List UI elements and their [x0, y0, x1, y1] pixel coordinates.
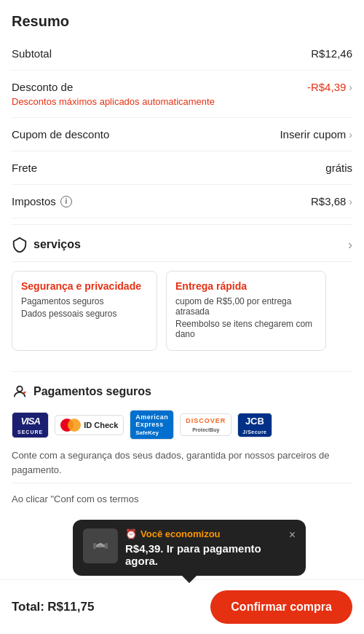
- service-card-delivery-title: Entrega rápida: [175, 280, 317, 292]
- desconto-value: -R$4,39: [307, 81, 346, 93]
- mastercard-idcheck-text: ID Check: [84, 421, 118, 429]
- pagamentos-title-text: Pagamentos seguros: [33, 385, 151, 398]
- savings-toast: ⏰ Você economizou R$4,39. Ir para pagame…: [73, 520, 306, 576]
- ao-clicar-link[interactable]: com os termos: [76, 494, 138, 504]
- service-card-security-item1: Pagamentos seguros: [21, 296, 148, 306]
- total-label: Total:: [12, 600, 44, 614]
- visa-secure-badge: VISA SECURE: [12, 412, 49, 438]
- service-card-security-item2: Dados pessoais seguros: [21, 309, 148, 319]
- toast-triangle: [182, 576, 197, 583]
- amex-safekey-badge: American Express SafeKey: [130, 410, 174, 440]
- total-label-value: Total: R$11,75: [12, 600, 94, 614]
- visa-secure-text: SECURE: [17, 429, 43, 435]
- amex-text: American: [135, 413, 168, 421]
- frete-label: Frete: [12, 162, 37, 174]
- services-header-left: serviços: [12, 237, 81, 253]
- amex-express-text: Express: [135, 421, 168, 428]
- toast-title: Você economizou: [141, 528, 221, 539]
- ao-clicar-section: Ao clicar "Conf com os termos: [12, 483, 352, 515]
- service-card-delivery-item1: cupom de R$5,00 por entrega atrasada: [175, 296, 317, 317]
- discover-protectbuy-badge: DISCOVER ProtectBuy: [180, 413, 232, 436]
- toast-clock-icon: ⏰: [125, 528, 137, 539]
- toast-content: ⏰ Você economizou R$4,39. Ir para pagame…: [125, 528, 277, 567]
- impostos-label: Impostos: [12, 195, 56, 207]
- toast-close-button[interactable]: ×: [285, 528, 296, 542]
- svg-rect-3: [105, 543, 108, 549]
- toast-product-image: [83, 528, 118, 563]
- discover-text: DISCOVER: [186, 417, 226, 424]
- mastercard-circles: [60, 419, 81, 432]
- payment-logos: VISA SECURE ID Check American Express Sa…: [12, 410, 352, 440]
- total-value: R$11,75: [47, 600, 94, 614]
- service-card-delivery-item2: Reembolso se itens chegarem com dano: [175, 319, 317, 339]
- services-chevron: ›: [348, 237, 352, 253]
- impostos-value: R$3,68: [311, 195, 346, 207]
- ao-clicar-text: Ao clicar "Conf: [12, 494, 76, 504]
- impostos-info-icon[interactable]: i: [60, 196, 72, 207]
- pagamentos-title: Pagamentos seguros: [12, 384, 352, 400]
- impostos-chevron: ›: [349, 196, 352, 207]
- service-card-security: Segurança e privacidade Pagamentos segur…: [12, 271, 157, 351]
- mastercard-idcheck-badge: ID Check: [55, 415, 124, 435]
- visa-text: VISA: [20, 416, 39, 427]
- subtotal-label: Subtotal: [12, 47, 52, 60]
- cupom-label: Cupom de desconto: [12, 128, 109, 140]
- resumo-title: Resumo: [12, 0, 352, 37]
- service-card-security-title: Segurança e privacidade: [21, 280, 148, 292]
- desconto-note: Descontos máximos aplicados automaticame…: [12, 96, 352, 107]
- safekey-text: SafeKey: [135, 429, 168, 436]
- jcb-text: JCB: [245, 416, 264, 427]
- cupom-chevron: ›: [349, 129, 352, 140]
- services-cards: Segurança e privacidade Pagamentos segur…: [12, 262, 352, 360]
- frete-row: Frete grátis: [12, 151, 352, 185]
- toast-body[interactable]: R$4,39. Ir para pagamento agora.: [125, 542, 277, 567]
- mc-orange-circle: [68, 419, 81, 432]
- impostos-value-wrapper: R$3,68 ›: [311, 195, 352, 207]
- pagamentos-desc: Conte com a segurança dos seus dados, ga…: [12, 448, 352, 477]
- desconto-value-wrapper[interactable]: -R$4,39 ›: [307, 81, 352, 93]
- cable-icon: [87, 533, 114, 559]
- cupom-value-wrapper: Inserir cupom ›: [280, 128, 352, 140]
- desconto-chevron: ›: [349, 82, 352, 93]
- svg-point-0: [17, 387, 22, 392]
- jsecure-text: J/Secure: [242, 429, 266, 435]
- secure-payment-icon: [12, 384, 28, 400]
- protectbuy-text: ProtectBuy: [192, 427, 219, 432]
- cupom-value: Inserir cupom: [280, 128, 346, 140]
- jcb-jsecure-badge: JCB J/Secure: [237, 413, 272, 437]
- subtotal-value: R$12,46: [311, 47, 352, 60]
- shield-icon: [12, 237, 28, 253]
- toast-header: ⏰ Você economizou: [125, 528, 277, 539]
- impostos-row[interactable]: Impostos i R$3,68 ›: [12, 185, 352, 218]
- svg-rect-1: [95, 544, 106, 547]
- desconto-block: Desconto de -R$4,39 › Descontos máximos …: [12, 71, 352, 118]
- cupom-row[interactable]: Cupom de desconto Inserir cupom ›: [12, 118, 352, 151]
- total-bar: Total: R$11,75 Confirmar compra: [0, 579, 364, 634]
- services-header[interactable]: serviços ›: [12, 224, 352, 262]
- subtotal-row: Subtotal R$12,46: [12, 37, 352, 71]
- services-title: serviços: [33, 238, 81, 251]
- svg-rect-2: [93, 543, 96, 549]
- confirm-purchase-button[interactable]: Confirmar compra: [210, 590, 352, 624]
- frete-value: grátis: [325, 162, 352, 174]
- desconto-label: Desconto de: [12, 81, 73, 93]
- service-card-delivery: Entrega rápida cupom de R$5,00 por entre…: [166, 271, 326, 351]
- pagamentos-section: Pagamentos seguros VISA SECURE ID Check …: [12, 371, 352, 477]
